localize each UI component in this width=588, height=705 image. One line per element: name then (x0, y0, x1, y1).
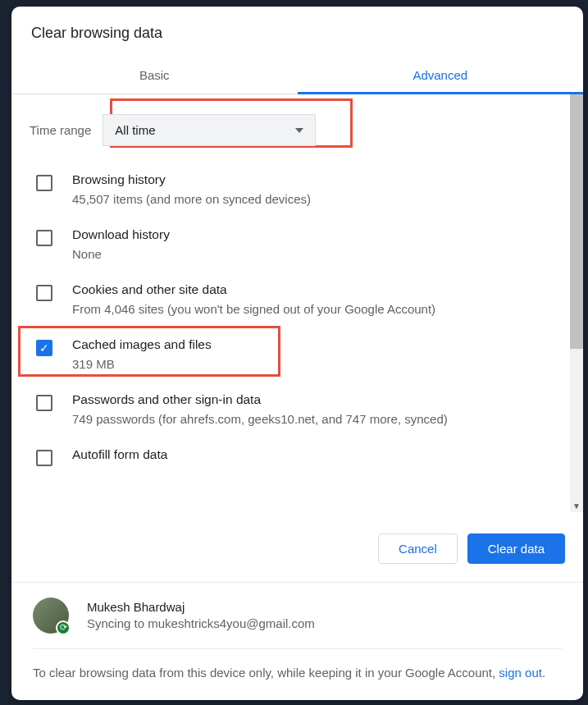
account-section: ⟳ Mukesh Bhardwaj Syncing to mukeshtrick… (11, 583, 583, 701)
account-sync-text: Syncing to mukeshtricks4you@gmail.com (87, 616, 315, 630)
info-suffix: . (542, 666, 545, 680)
time-range-row: Time range All time (30, 94, 568, 164)
option-download-history: Download history None (30, 219, 568, 274)
option-desc: 749 passwords (for ahrefs.com, geeks10.n… (72, 410, 568, 428)
sync-badge-icon: ⟳ (56, 620, 71, 635)
chevron-down-icon (295, 128, 303, 133)
option-browsing-history: Browsing history 45,507 items (and more … (30, 164, 568, 219)
account-row: ⟳ Mukesh Bhardwaj Syncing to mukeshtrick… (33, 597, 562, 649)
account-name: Mukesh Bhardwaj (87, 600, 315, 614)
tab-basic[interactable]: Basic (11, 57, 298, 94)
checkbox-passwords[interactable] (36, 395, 52, 411)
tab-bar: Basic Advanced (11, 57, 583, 94)
content-area: ▲ ▼ Time range All time Browsing history… (11, 94, 583, 512)
scroll-down-icon[interactable]: ▼ (572, 501, 581, 510)
option-autofill: Autofill form data (30, 439, 568, 478)
checkbox-browsing-history[interactable] (36, 175, 52, 191)
option-desc: 319 MB (72, 355, 568, 373)
option-passwords: Passwords and other sign-in data 749 pas… (30, 384, 568, 439)
options-scroll: Time range All time Browsing history 45,… (11, 94, 583, 512)
time-range-label: Time range (30, 123, 91, 137)
option-cookies: Cookies and other site data From 4,046 s… (30, 274, 568, 329)
option-desc: None (72, 245, 568, 263)
info-prefix: To clear browsing data from this device … (33, 666, 499, 680)
clear-browsing-data-dialog: Clear browsing data Basic Advanced ▲ ▼ T… (11, 7, 583, 700)
info-text: To clear browsing data from this device … (33, 664, 562, 683)
option-title: Passwords and other sign-in data (72, 392, 568, 407)
option-cached-images: ✓ Cached images and files 319 MB (30, 329, 568, 384)
time-range-value: All time (115, 123, 155, 137)
scrollbar-thumb[interactable] (570, 94, 583, 349)
cancel-button[interactable]: Cancel (378, 533, 458, 564)
option-title: Cookies and other site data (72, 282, 568, 297)
option-title: Autofill form data (72, 447, 568, 462)
option-title: Download history (72, 227, 568, 242)
scrollbar-track[interactable]: ▲ ▼ (570, 94, 583, 512)
dialog-actions: Cancel Clear data (11, 512, 583, 583)
avatar-wrap: ⟳ (33, 597, 69, 634)
checkbox-download-history[interactable] (36, 230, 52, 246)
checkbox-autofill[interactable] (36, 450, 52, 466)
time-range-select[interactable]: All time (103, 114, 316, 146)
option-title: Browsing history (72, 172, 568, 187)
option-title: Cached images and files (72, 337, 568, 352)
tab-advanced[interactable]: Advanced (298, 57, 584, 94)
option-desc: 45,507 items (and more on synced devices… (72, 190, 568, 208)
sign-out-link[interactable]: sign out (499, 666, 542, 680)
checkbox-cached-images[interactable]: ✓ (36, 340, 52, 356)
checkbox-cookies[interactable] (36, 285, 52, 301)
option-desc: From 4,046 sites (you won't be signed ou… (72, 300, 568, 318)
dialog-title: Clear browsing data (11, 7, 583, 57)
checkmark-icon: ✓ (39, 342, 49, 354)
clear-data-button[interactable]: Clear data (467, 533, 565, 564)
